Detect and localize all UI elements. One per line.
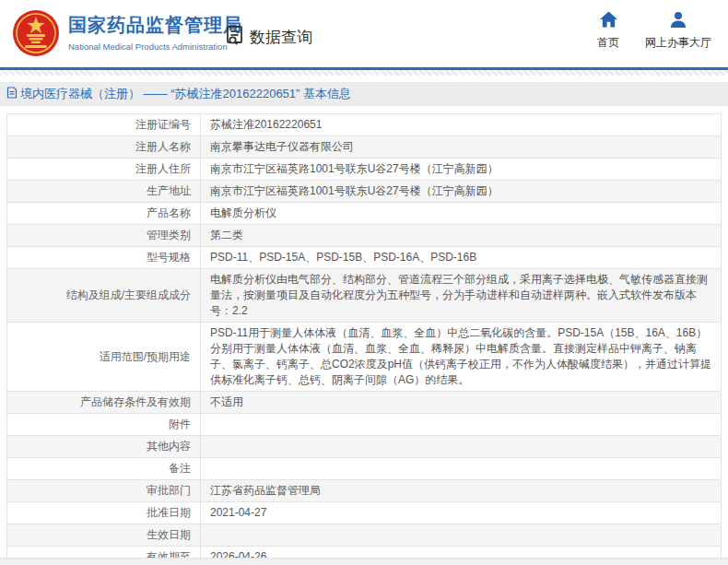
row-label: 审批部门 xyxy=(7,480,201,502)
footer-strip xyxy=(0,558,728,565)
row-label: 注册证编号 xyxy=(7,114,201,136)
row-value xyxy=(201,436,722,458)
row-value: 江苏省药品监督管理局 xyxy=(201,480,722,502)
row-label: 注册人住所 xyxy=(7,159,201,181)
breadcrumb: 境内医疗器械（注册） —— “苏械注准20162220651” 基本信息 xyxy=(6,86,351,102)
table-row: 适用范围/预期用途PSD-11用于测量人体体液（血清、血浆、全血）中总二氧化碳的… xyxy=(7,323,722,392)
nav-home-label: 首页 xyxy=(597,35,619,51)
registration-info-table: 注册证编号苏械注准20162220651注册人名称南京攀事达电子仪器有限公司注册… xyxy=(6,113,722,565)
person-icon xyxy=(670,11,687,31)
row-value: PSD-11、PSD-15A、PSD-15B、PSD-16A、PSD-16B xyxy=(201,247,722,269)
nav-service-hall[interactable]: 网上办事大厅 xyxy=(645,11,711,51)
table-row: 管理类别第二类 xyxy=(7,225,722,247)
data-query-section: 数据查询 xyxy=(224,24,312,50)
row-label: 附件 xyxy=(7,414,201,436)
row-value: 电解质分析仪 xyxy=(201,203,722,225)
row-label: 产品储存条件及有效期 xyxy=(7,392,201,414)
row-value xyxy=(201,524,722,547)
row-label: 适用范围/预期用途 xyxy=(7,323,201,392)
agency-brand: 国家药品监督管理局 National Medical Products Admi… xyxy=(68,13,242,52)
table-row: 型号规格PSD-11、PSD-15A、PSD-15B、PSD-16A、PSD-1… xyxy=(7,247,722,269)
row-label: 其他内容 xyxy=(7,436,201,458)
row-label: 批准日期 xyxy=(7,502,201,524)
table-row: 其他内容 xyxy=(7,436,722,458)
row-value: PSD-11用于测量人体体液（血清、血浆、全血）中总二氧化碳的含量。PSD-15… xyxy=(201,323,722,392)
breadcrumb-text: 境内医疗器械（注册） —— “苏械注准20162220651” 基本信息 xyxy=(20,86,351,102)
row-value: 电解质分析仪由电气部分、结构部分、管道流程三个部分组成，采用离子选择电极、气敏传… xyxy=(201,269,722,323)
breadcrumb-bar: 境内医疗器械（注册） —— “苏械注准20162220651” 基本信息 xyxy=(0,82,728,106)
row-label: 生效日期 xyxy=(7,524,201,547)
table-row: 审批部门江苏省药品监督管理局 xyxy=(7,480,722,502)
data-query-icon xyxy=(224,24,246,50)
document-icon xyxy=(6,87,18,101)
row-value xyxy=(201,414,722,436)
table-row: 生效日期 xyxy=(7,524,722,547)
data-query-label: 数据查询 xyxy=(250,27,312,48)
table-row: 注册人名称南京攀事达电子仪器有限公司 xyxy=(7,136,722,159)
registration-info-table-wrap: 注册证编号苏械注准20162220651注册人名称南京攀事达电子仪器有限公司注册… xyxy=(6,113,722,565)
table-row: 产品储存条件及有效期不适用 xyxy=(7,392,722,414)
row-value xyxy=(201,458,722,480)
agency-name-en: National Medical Products Administration xyxy=(68,41,242,52)
row-label: 备注 xyxy=(7,458,201,480)
row-value: 第二类 xyxy=(201,225,722,247)
row-value: 2021-04-27 xyxy=(201,502,722,524)
row-value: 苏械注准20162220651 xyxy=(201,114,722,136)
table-row: 结构及组成/主要组成成分电解质分析仪由电气部分、结构部分、管道流程三个部分组成，… xyxy=(7,269,722,323)
agency-name-cn: 国家药品监督管理局 xyxy=(68,13,242,38)
table-row: 附件 xyxy=(7,414,722,436)
row-value: 南京市江宁区福英路1001号联东U谷27号楼（江宁高新园） xyxy=(201,159,722,181)
row-label: 管理类别 xyxy=(7,225,201,247)
table-row: 注册人住所南京市江宁区福英路1001号联东U谷27号楼（江宁高新园） xyxy=(7,159,722,181)
row-label: 注册人名称 xyxy=(7,136,201,159)
row-value: 南京市江宁区福英路1001号联东U谷27号楼（江宁高新园） xyxy=(201,181,722,203)
top-nav: 首页 网上办事大厅 xyxy=(597,11,711,51)
nav-service-hall-label: 网上办事大厅 xyxy=(645,35,711,51)
national-emblem-icon xyxy=(12,9,60,57)
table-row: 批准日期2021-04-27 xyxy=(7,502,722,524)
table-row: 注册证编号苏械注准20162220651 xyxy=(7,114,722,136)
row-value: 不适用 xyxy=(201,392,722,414)
row-label: 型号规格 xyxy=(7,247,201,269)
info-table-body: 注册证编号苏械注准20162220651注册人名称南京攀事达电子仪器有限公司注册… xyxy=(7,114,722,565)
home-icon xyxy=(600,11,617,31)
nav-home[interactable]: 首页 xyxy=(597,11,619,51)
row-value: 南京攀事达电子仪器有限公司 xyxy=(201,136,722,159)
row-label: 生产地址 xyxy=(7,181,201,203)
table-row: 备注 xyxy=(7,458,722,480)
row-label: 产品名称 xyxy=(7,203,201,225)
page-header: 国家药品监督管理局 National Medical Products Admi… xyxy=(0,0,728,67)
row-label: 结构及组成/主要组成成分 xyxy=(7,269,201,323)
table-row: 产品名称电解质分析仪 xyxy=(7,203,722,225)
hatch-strip xyxy=(0,70,728,76)
table-row: 生产地址南京市江宁区福英路1001号联东U谷27号楼（江宁高新园） xyxy=(7,181,722,203)
